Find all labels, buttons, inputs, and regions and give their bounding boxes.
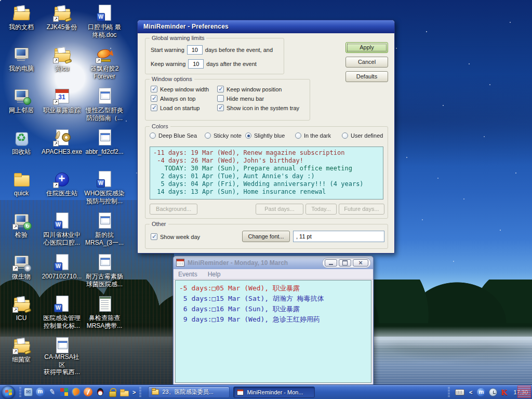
desktop-icon-zjk45-backup[interactable]: ZJK45备份 bbox=[42, 2, 82, 44]
desktop-icon-label: abbr_fd2cf2... bbox=[85, 148, 123, 156]
cancel-button[interactable]: Cancel bbox=[345, 57, 388, 68]
checkbox-label: Show icon in the system tray bbox=[227, 105, 299, 111]
other-group: Other Show week day Change font... bbox=[145, 224, 388, 249]
lock-icon[interactable] bbox=[108, 388, 116, 396]
media-player-icon[interactable] bbox=[60, 388, 69, 396]
notepad-document-icon bbox=[96, 295, 113, 313]
group-title: Global warning limits bbox=[150, 35, 206, 41]
desktop-icon-doc-2007[interactable]: 2007102710... bbox=[42, 251, 82, 293]
checkbox-keep-window-width[interactable]: Keep window width bbox=[151, 86, 209, 92]
input-method-keyboard-icon[interactable] bbox=[455, 389, 464, 395]
minireminder-window: MiniReminder - Monday, 10 March Events H… bbox=[173, 256, 374, 385]
desktop-icon-label: 职业暴露追踪 bbox=[43, 107, 81, 114]
taskbar: > 23、医院感染委员... MiniReminder - Mon... < 1… bbox=[0, 384, 532, 399]
folder-open-icon bbox=[12, 4, 30, 22]
desktop-icon-bacteriology-room[interactable]: 细菌室 bbox=[1, 335, 42, 376]
font-value-field[interactable] bbox=[293, 231, 384, 242]
quicklaunch-overflow-chevron[interactable]: > bbox=[131, 389, 137, 395]
radio-icon bbox=[295, 132, 301, 139]
radio-label: User defined bbox=[351, 132, 383, 139]
group-title: Colors bbox=[150, 123, 170, 129]
folder-icon[interactable] bbox=[119, 388, 128, 396]
maximize-button[interactable] bbox=[339, 259, 351, 267]
preferences-title-bar[interactable]: MiniReminder - Preferences bbox=[138, 20, 394, 33]
medical-cross-icon bbox=[53, 170, 71, 188]
desktop-icon-inpatient-doctor-station[interactable]: 住院医生站 bbox=[42, 168, 82, 210]
shortcut-arrow-icon bbox=[12, 349, 18, 354]
radio-deep-blue-sea[interactable]: Deep Blue Sea bbox=[150, 132, 197, 139]
radio-in-the-dark[interactable]: In the dark bbox=[295, 132, 331, 139]
radio-sticky-note[interactable]: Sticky note bbox=[205, 132, 242, 139]
checkbox-show-week-day[interactable]: Show week day bbox=[151, 233, 200, 240]
desktop-icon-label: WHO医院感染 预防与控制... bbox=[84, 190, 124, 205]
desktop-icon-ca-mrsa-doc[interactable]: CA-MRSA社区 获得甲氧西... bbox=[42, 335, 82, 376]
mail-icon[interactable] bbox=[24, 388, 33, 396]
desktop-icon-huang-icu[interactable]: 黄icu bbox=[42, 44, 82, 85]
shortcut-arrow-icon bbox=[53, 58, 59, 63]
desktop-icon-label: APACHE3.exe bbox=[42, 148, 82, 156]
taskbar-button-minireminder[interactable]: MiniReminder - Mon... bbox=[233, 387, 315, 398]
start-warning-input[interactable] bbox=[187, 45, 203, 55]
checkbox-label: Hide menu bar bbox=[227, 96, 264, 102]
apply-button[interactable]: Apply bbox=[345, 42, 388, 53]
desktop-icon-infection-mgmt-doc[interactable]: 医院感染管理 控制量化标... bbox=[42, 293, 82, 335]
minimize-button[interactable] bbox=[325, 259, 337, 267]
desktop-icon-vre-doc[interactable]: 耐万古霉素肠 球菌医院感... bbox=[82, 251, 127, 293]
minireminder-title-bar[interactable]: MiniReminder - Monday, 10 March bbox=[174, 256, 373, 269]
keep-warning-input[interactable] bbox=[188, 59, 204, 69]
desktop-icon-my-documents[interactable]: 我的文档 bbox=[1, 2, 42, 44]
defaults-button[interactable]: Defaults bbox=[345, 71, 388, 82]
maxthon-browser-icon[interactable] bbox=[36, 388, 45, 396]
taskbar-clock[interactable]: 17:30 bbox=[512, 389, 529, 395]
past-days-color-button: Past days... bbox=[256, 204, 303, 215]
desktop-icon-apache3-exe[interactable]: APACHE3.exe bbox=[42, 127, 82, 168]
reminder-line: -5 days:□05 Mar (Wed), 职业暴露 bbox=[179, 284, 300, 292]
desktop-icon-exposure-tracking[interactable]: 职业暴露追踪 bbox=[42, 85, 82, 127]
flashget-icon[interactable] bbox=[84, 388, 92, 396]
desktop-icon-forever-app[interactable]: 器飘府胶2 Forever bbox=[82, 44, 127, 85]
desktop-icon-recycle-bin[interactable]: 回收站 bbox=[1, 127, 42, 168]
maxthon-tray-icon[interactable] bbox=[477, 388, 485, 396]
checkbox-keep-window-position[interactable]: Keep window position bbox=[217, 86, 282, 92]
firefox-icon[interactable] bbox=[72, 388, 81, 396]
desktop-icon-network-places[interactable]: 网上邻居 bbox=[1, 85, 42, 127]
start-warning-suffix: days before the event, and bbox=[205, 47, 273, 53]
close-button[interactable] bbox=[353, 259, 368, 267]
desktop-icon-label: 口腔书稿 最 终稿.doc bbox=[88, 23, 121, 38]
menu-help[interactable]: Help bbox=[208, 271, 221, 278]
folder-shortcut-icon bbox=[12, 295, 30, 313]
desktop-icon-my-computer[interactable]: 我的电脑 bbox=[1, 44, 42, 85]
taskbar-button-folder-window[interactable]: 23、医院感染委员... bbox=[148, 387, 230, 398]
pen-icon[interactable] bbox=[48, 388, 57, 396]
word-document-icon bbox=[96, 4, 113, 22]
checkbox-always-on-top[interactable]: Always on top bbox=[151, 95, 195, 102]
task-button-label: 23、医院感染委员... bbox=[162, 388, 213, 396]
radio-user-defined[interactable]: User defined bbox=[342, 132, 383, 139]
change-font-button[interactable]: Change font... bbox=[242, 231, 290, 242]
tray-chevron-icon[interactable]: < bbox=[468, 389, 473, 395]
shortcut-arrow-icon bbox=[53, 182, 59, 188]
desktop-icon-who-doc[interactable]: WHO医院感染 预防与控制... bbox=[82, 168, 127, 210]
checkbox-load-on-startup[interactable]: Load on startup bbox=[151, 104, 200, 111]
checkbox-show-tray-icon[interactable]: Show icon in the system tray bbox=[217, 104, 299, 111]
desktop-icon-hepatitis-guide[interactable]: 慢性乙型肝炎 防治指南（... bbox=[82, 85, 127, 127]
desktop-icon-microbiology[interactable]: 微生物 bbox=[1, 251, 42, 293]
kingsoft-tray-icon[interactable] bbox=[501, 388, 508, 397]
desktop-icon-abbr-file[interactable]: abbr_fd2cf2... bbox=[82, 127, 127, 168]
start-button[interactable] bbox=[2, 385, 15, 399]
menu-events[interactable]: Events bbox=[178, 271, 197, 278]
desktop-icon-label: 回收站 bbox=[12, 148, 31, 156]
clock-sync-tray-icon[interactable] bbox=[489, 388, 497, 396]
desktop-icon-icu-folder[interactable]: ICU bbox=[1, 293, 42, 335]
desktop-icon-quick-folder[interactable]: quick bbox=[1, 168, 42, 210]
desktop-icon-lab-test[interactable]: 检验 bbox=[1, 210, 42, 251]
desktop-icon-oral-manuscript-doc[interactable]: 口腔书稿 最 终稿.doc bbox=[82, 2, 127, 44]
desktop-icon-new-anti-mrsa[interactable]: 新的抗 MRSA_(3一... bbox=[82, 210, 127, 251]
desktop-icon-sichuan-doc[interactable]: 四川省林业中 心医院口腔... bbox=[42, 210, 82, 251]
checkbox-hide-menu-bar[interactable]: Hide menu bar bbox=[217, 95, 264, 102]
desktop-icon-nasal-screen-doc[interactable]: 鼻检查筛查 MRSA携带... bbox=[82, 293, 127, 335]
radio-slightly-blue[interactable]: Slightly blue bbox=[245, 132, 285, 139]
desktop-icon-label: 慢性乙型肝炎 防治指南（... bbox=[86, 107, 123, 122]
word-document-icon bbox=[96, 170, 113, 188]
qq-messenger-icon[interactable] bbox=[96, 388, 104, 396]
